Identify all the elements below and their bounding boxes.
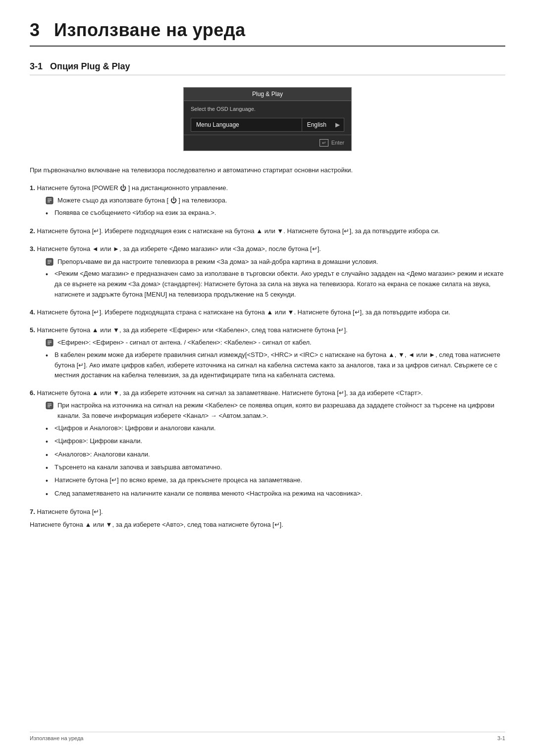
sub-bullet-text: Търсенето на канали започва и завършва а… — [54, 462, 505, 473]
osd-row-arrow-icon: ▶ — [331, 118, 344, 131]
sub-bullet-0: Препоръчваме ви да настроите телевизора … — [46, 257, 505, 267]
chapter-heading: 3 Използване на уреда — [30, 20, 505, 47]
numbered-item-header-3: 3. Натиснете бутона ◄ или ►, за да избер… — [30, 244, 505, 254]
svg-rect-15 — [48, 406, 50, 407]
chapter-title: Използване на уреда — [54, 20, 246, 40]
section-title: Опция Plug & Play — [50, 61, 130, 71]
osd-row-value: English — [302, 118, 331, 131]
numbered-item-header-2: 2. Натиснете бутона [↵]. Изберете подход… — [30, 226, 505, 237]
sub-bullet-0: <Ефирен>: <Ефирен> - сигнал от антена. /… — [46, 338, 505, 348]
sub-bullet-text: В кабелен режим може да изберете правилн… — [54, 350, 505, 381]
svg-rect-7 — [48, 263, 50, 264]
svg-rect-1 — [48, 199, 52, 200]
item-num: 5. — [30, 326, 37, 334]
item-num: 6. — [30, 389, 37, 397]
sub-bullet-text: Натиснете бутона [↵] по всяко време, за … — [54, 475, 505, 486]
sub-bullet-1: •<Режим <Демо магазин> е предназначен са… — [46, 269, 505, 300]
bullet-dot: • — [46, 462, 51, 473]
sub-bullet-text: <Режим <Демо магазин> е предназначен сам… — [54, 269, 505, 300]
numbered-item-3: 3. Натиснете бутона ◄ или ►, за да избер… — [30, 244, 505, 300]
sub-bullet-5: •Натиснете бутона [↵] по всяко време, за… — [46, 475, 505, 486]
numbered-item-7: 7. Натиснете бутона [↵].Натиснете бутона… — [30, 506, 505, 530]
numbered-item-header-4: 4. Натиснете бутона [↵]. Изберете подход… — [30, 307, 505, 318]
sub-bullet-text: Препоръчваме ви да настроите телевизора … — [57, 257, 505, 267]
numbered-item-header-5: 5. Натиснете бутона ▲ или ▼, за да избер… — [30, 325, 505, 336]
bullet-dot: • — [46, 489, 51, 500]
svg-rect-3 — [48, 202, 50, 202]
osd-enter-icon: ↵ — [320, 139, 328, 147]
page-footer: Използване на уреда 3-1 — [30, 732, 505, 741]
footer-right: 3-1 — [497, 735, 505, 741]
sub-bullet-text: Появява се съобщението <Избор на език за… — [54, 208, 505, 218]
sub-bullet-text: <Цифров и Аналогов>: Цифрови и аналогови… — [54, 423, 505, 434]
sub-bullets: Препоръчваме ви да настроите телевизора … — [46, 257, 505, 300]
sub-bullets: Можете също да използвате бутона [ ⏻ ] н… — [46, 196, 505, 219]
numbered-item-header-1: 1. Натиснете бутона [POWER ⏻ ] на дистан… — [30, 183, 505, 194]
osd-dialog: Plug & Play Select the OSD Language. Men… — [183, 87, 352, 151]
svg-rect-5 — [48, 260, 52, 261]
item-num: 7. — [30, 508, 37, 515]
item-num: 3. — [30, 245, 37, 252]
svg-rect-10 — [48, 342, 52, 343]
numbered-item-1: 1. Натиснете бутона [POWER ⏻ ] на дистан… — [30, 183, 505, 219]
numbered-item-5: 5. Натиснете бутона ▲ или ▼, за да избер… — [30, 325, 505, 381]
sub-bullets: <Ефирен>: <Ефирен> - сигнал от антена. /… — [46, 338, 505, 381]
item-num: 4. — [30, 308, 37, 316]
sub-bullet-text: След запаметяването на наличните канали … — [54, 489, 505, 499]
bullet-dot: • — [46, 350, 51, 361]
sub-bullet-text: <Аналогов>: Аналогови канали. — [54, 450, 505, 460]
numbered-list: 1. Натиснете бутона [POWER ⏻ ] на дистан… — [30, 183, 505, 530]
numbered-item-6: 6. Натиснете бутона ▲ или ▼, за да избер… — [30, 388, 505, 500]
section-num: 3-1 — [30, 61, 43, 71]
osd-row-label: Menu Language — [191, 118, 302, 131]
svg-rect-14 — [48, 405, 52, 406]
sub-bullet-1: •Появява се съобщението <Избор на език з… — [46, 208, 505, 219]
note-icon — [46, 339, 54, 347]
numbered-item-4: 4. Натиснете бутона [↵]. Изберете подход… — [30, 307, 505, 318]
sub-bullet-6: •След запаметяването на наличните канали… — [46, 489, 505, 500]
svg-rect-13 — [48, 403, 52, 404]
item-num: 1. — [30, 184, 37, 192]
svg-rect-6 — [48, 261, 52, 262]
sub-bullets: При настройка на източника на сигнал на … — [46, 401, 505, 500]
sub-bullet-text: <Цифров>: Цифрови канали. — [54, 436, 505, 447]
osd-footer: ↵ Enter — [184, 135, 351, 151]
intro-text: При първоначално включване на телевизора… — [30, 165, 505, 176]
item-sub-text: Натиснете бутона ▲ или ▼, за да изберете… — [30, 519, 505, 530]
chapter-num: 3 — [30, 20, 40, 40]
bullet-dot: • — [46, 436, 51, 447]
section-heading: 3-1 Опция Plug & Play — [30, 61, 505, 75]
numbered-item-header-7: 7. Натиснете бутона [↵]. — [30, 506, 505, 517]
sub-bullet-text: <Ефирен>: <Ефирен> - сигнал от антена. /… — [57, 338, 505, 348]
note-icon — [46, 197, 54, 204]
sub-bullet-1: •В кабелен режим може да изберете правил… — [46, 350, 505, 381]
note-icon — [46, 258, 54, 266]
svg-rect-9 — [48, 341, 52, 342]
footer-left: Използване на уреда — [30, 735, 84, 741]
numbered-item-header-6: 6. Натиснете бутона ▲ или ▼, за да избер… — [30, 388, 505, 399]
svg-rect-11 — [48, 344, 50, 345]
numbered-item-2: 2. Натиснете бутона [↵]. Изберете подход… — [30, 226, 505, 237]
sub-bullet-4: •Търсенето на канали започва и завършва … — [46, 462, 505, 473]
bullet-dot: • — [46, 450, 51, 460]
sub-bullet-2: •<Цифров>: Цифрови канали. — [46, 436, 505, 447]
bullet-dot: • — [46, 423, 51, 434]
item-num: 2. — [30, 227, 37, 235]
bullet-dot: • — [46, 475, 51, 486]
sub-bullet-3: •<Аналогов>: Аналогови канали. — [46, 450, 505, 460]
osd-language-row: Menu Language English ▶ — [191, 118, 344, 132]
osd-subtitle: Select the OSD Language. — [184, 101, 351, 115]
osd-enter-label: Enter — [331, 140, 344, 146]
osd-title: Plug & Play — [184, 88, 351, 101]
svg-rect-2 — [48, 200, 52, 201]
sub-bullet-text: При настройка на източника на сигнал на … — [57, 401, 505, 421]
sub-bullet-0: При настройка на източника на сигнал на … — [46, 401, 505, 421]
note-icon — [46, 402, 54, 409]
sub-bullet-text: Можете също да използвате бутона [ ⏻ ] н… — [57, 196, 505, 206]
bullet-dot: • — [46, 269, 51, 280]
bullet-dot: • — [46, 208, 51, 219]
sub-bullet-0: Можете също да използвате бутона [ ⏻ ] н… — [46, 196, 505, 206]
sub-bullet-1: •<Цифров и Аналогов>: Цифрови и аналогов… — [46, 423, 505, 434]
